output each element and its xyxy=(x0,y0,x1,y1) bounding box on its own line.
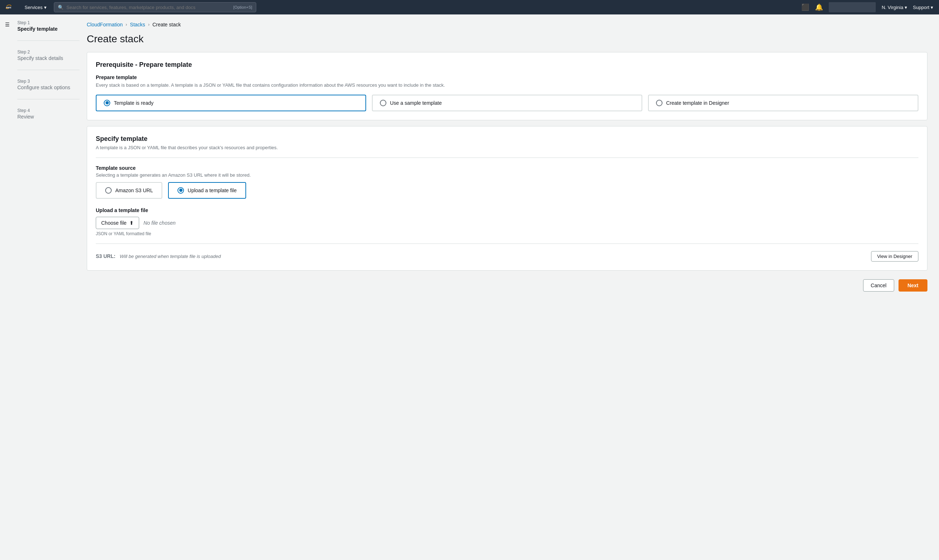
choose-file-label: Choose file xyxy=(101,220,126,226)
account-box[interactable] xyxy=(829,2,876,12)
services-label: Services xyxy=(25,5,43,10)
breadcrumb-sep-1: › xyxy=(126,22,127,27)
global-search[interactable]: 🔍 [Option+S] xyxy=(54,2,256,12)
step-2: Step 2 Specify stack details xyxy=(17,49,80,70)
page-title: Create stack xyxy=(87,33,927,45)
next-button[interactable]: Next xyxy=(899,279,927,292)
hamburger-icon: ☰ xyxy=(5,22,10,28)
breadcrumb-current: Create stack xyxy=(152,22,181,28)
upload-row: Choose file ⬆ No file chosen xyxy=(96,217,918,229)
choose-file-button[interactable]: Choose file ⬆ xyxy=(96,217,139,229)
bell-icon[interactable]: 🔔 xyxy=(815,3,823,11)
s3-url-label: Amazon S3 URL xyxy=(115,188,153,193)
sample-template-radio[interactable] xyxy=(380,100,386,106)
template-ready-radio[interactable] xyxy=(104,100,110,106)
template-source-options: Amazon S3 URL Upload a template file xyxy=(96,182,918,199)
upload-radio[interactable] xyxy=(177,187,184,194)
region-selector[interactable]: N. Virginia ▾ xyxy=(882,5,907,10)
support-menu[interactable]: Support ▾ xyxy=(913,5,933,10)
upload-option[interactable]: Upload a template file xyxy=(168,182,246,199)
sidebar-toggle[interactable]: ☰ xyxy=(0,17,14,32)
step-1: Step 1 Specify template xyxy=(17,20,80,41)
step-1-title: Specify template xyxy=(17,26,80,32)
cancel-button[interactable]: Cancel xyxy=(863,279,894,292)
designer-radio[interactable] xyxy=(656,100,662,106)
nav-right: ⬛ 🔔 N. Virginia ▾ Support ▾ xyxy=(801,2,933,12)
upload-icon: ⬆ xyxy=(129,220,134,226)
step-1-label: Step 1 xyxy=(17,20,80,25)
terminal-icon[interactable]: ⬛ xyxy=(801,3,809,11)
step-4-title: Review xyxy=(17,114,80,120)
services-chevron-icon: ▾ xyxy=(44,5,47,10)
s3-url-option[interactable]: Amazon S3 URL xyxy=(96,182,162,199)
step-2-label: Step 2 xyxy=(17,49,80,55)
prepare-template-label: Prepare template xyxy=(96,74,918,80)
upload-label: Upload a template file xyxy=(188,188,236,193)
no-file-text: No file chosen xyxy=(143,220,175,226)
upload-file-label: Upload a template file xyxy=(96,208,918,213)
s3-url-row: S3 URL: Will be generated when template … xyxy=(96,251,918,262)
top-navigation: aws Services ▾ 🔍 [Option+S] ⬛ 🔔 N. Virgi… xyxy=(0,0,939,14)
s3-url-value: Will be generated when template file is … xyxy=(120,254,221,259)
s3-url-field-label: S3 URL: xyxy=(96,253,115,259)
breadcrumb-stacks[interactable]: Stacks xyxy=(130,22,145,28)
template-ready-label: Template is ready xyxy=(114,100,154,106)
action-bar: Cancel Next xyxy=(87,279,927,292)
step-3-title: Configure stack options xyxy=(17,85,80,90)
svg-text:aws: aws xyxy=(6,6,11,9)
breadcrumb-sep-2: › xyxy=(148,22,149,27)
step-3: Step 3 Configure stack options xyxy=(17,79,80,99)
file-format-hint: JSON or YAML formatted file xyxy=(96,231,918,236)
aws-logo[interactable]: aws xyxy=(6,3,17,11)
template-ready-option[interactable]: Template is ready xyxy=(96,95,366,111)
services-menu[interactable]: Services ▾ xyxy=(22,3,49,12)
specify-template-card: Specify template A template is a JSON or… xyxy=(87,126,927,271)
prerequisite-card-title: Prerequisite - Prepare template xyxy=(96,61,918,69)
template-source-desc: Selecting a template generates an Amazon… xyxy=(96,172,918,178)
s3-url-radio[interactable] xyxy=(105,187,112,194)
step-4-label: Step 4 xyxy=(17,108,80,113)
s3-url-display: S3 URL: Will be generated when template … xyxy=(96,253,221,259)
step-3-label: Step 3 xyxy=(17,79,80,84)
search-icon: 🔍 xyxy=(58,5,64,10)
step-2-title: Specify stack details xyxy=(17,55,80,61)
step-4: Step 4 Review xyxy=(17,108,80,128)
view-in-designer-button[interactable]: View in Designer xyxy=(871,251,918,262)
template-source-label: Template source xyxy=(96,165,918,171)
main-content: CloudFormation › Stacks › Create stack C… xyxy=(80,14,939,560)
prerequisite-card: Prerequisite - Prepare template Prepare … xyxy=(87,52,927,120)
prepare-template-desc: Every stack is based on a template. A te… xyxy=(96,82,918,89)
card-divider-2 xyxy=(96,243,918,244)
specify-template-desc: A template is a JSON or YAML file that d… xyxy=(96,145,918,150)
designer-label: Create template in Designer xyxy=(666,100,729,106)
breadcrumb-cloudformation[interactable]: CloudFormation xyxy=(87,22,123,28)
steps-sidebar: Step 1 Specify template Step 2 Specify s… xyxy=(0,14,80,560)
sample-template-option[interactable]: Use a sample template xyxy=(372,95,642,111)
prepare-template-options: Template is ready Use a sample template … xyxy=(96,95,918,111)
search-input[interactable] xyxy=(66,5,231,10)
search-shortcut: [Option+S] xyxy=(234,5,252,9)
sample-template-label: Use a sample template xyxy=(390,100,442,106)
card-divider-1 xyxy=(96,157,918,158)
specify-template-title: Specify template xyxy=(96,135,918,143)
breadcrumb: CloudFormation › Stacks › Create stack xyxy=(87,22,927,28)
designer-option[interactable]: Create template in Designer xyxy=(648,95,918,111)
